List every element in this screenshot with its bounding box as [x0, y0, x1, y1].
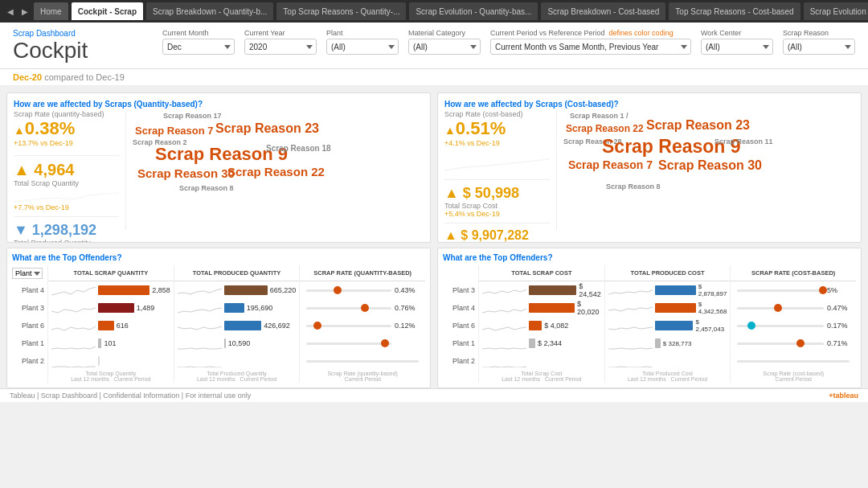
quantity-offenders: What are the Top Offenders? Plant Plant … — [6, 248, 431, 388]
total-produced-cost-kpi: ▲ $ 9,907,282 Total Produced Cost +1.2% … — [444, 228, 550, 243]
produced-qty-bar-plant1 — [224, 338, 226, 348]
cost-plant-label-1: Plant 1 — [443, 334, 478, 352]
produced-qty-col-header: Total Produced Quantity — [174, 265, 300, 281]
plant-label-2: Plant 2 — [12, 352, 47, 370]
tab-scrap-breakdown-qty[interactable]: Scrap Breakdown - Quantity-b... — [146, 2, 273, 20]
scrap-rate-dot-plant4 — [334, 286, 342, 294]
scrap-reason-select[interactable]: (All) — [783, 39, 855, 55]
nav-arrow-left[interactable]: ◀ — [5, 7, 16, 16]
tab-scrap-evolution-qty[interactable]: Scrap Evolution - Quantity-bas... — [409, 2, 538, 20]
material-select[interactable]: (All) — [408, 39, 481, 55]
tab-top-scrap-cost[interactable]: Top Scrap Reasons - Cost-based — [669, 2, 800, 20]
cost-plant-label-4: Plant 4 — [443, 299, 478, 317]
tab-home[interactable]: Home — [34, 2, 68, 20]
scrap-rate-qty-value: ▲0.38% — [14, 118, 119, 139]
header: Scrap Dashboard Cockpit Current Month De… — [0, 23, 868, 69]
scrap-rate-dot-plant3 — [361, 304, 369, 312]
scrap-cost-col-footer: Total Scrap CostLast 12 months Current P… — [479, 370, 604, 383]
produced-qty-row-plant4: 665,220 — [174, 281, 300, 299]
scrap-rate-dot-plant1 — [381, 339, 389, 347]
scrap-qty-row-plant1: 101 — [48, 334, 174, 352]
quantity-word-cloud: Scrap Reason 17 Scrap Reason 7 Scrap Rea… — [131, 110, 424, 230]
plant-label-1: Plant 1 — [12, 334, 47, 352]
date-banner: Dec-20 compared to Dec-19 — [0, 69, 868, 86]
scrap-cost-bar-plant1 — [529, 338, 535, 348]
scrap-cost-row-plant2 — [479, 352, 604, 370]
plant-select[interactable]: (All) — [326, 39, 399, 55]
scrap-qty-row-plant6: 616 — [48, 317, 174, 334]
scrap-cost-bar-plant4 — [529, 303, 575, 313]
footer: Tableau | Scrap Dashboard | Confidential… — [0, 388, 868, 402]
tab-top-scrap-qty[interactable]: Top Scrap Reasons - Quantity-... — [276, 2, 406, 20]
produced-qty-row-plant6: 426,692 — [174, 317, 300, 334]
nav-arrow-right[interactable]: ▶ — [19, 7, 31, 16]
produced-cost-row-plant1: $ 328,773 — [605, 334, 731, 352]
scrap-rate-row-plant1 — [300, 334, 425, 352]
scrap-cost-row-plant1: $ 2,344 — [479, 334, 604, 352]
total-scrap-qty-col: Total Scrap Quantity 2,858 1,489 — [47, 265, 174, 383]
plant-labels-qty: Plant Plant 4 Plant 3 Plant 6 Plant 1 Pl… — [12, 265, 47, 383]
period-select[interactable]: Current Month vs Same Month, Previous Ye… — [490, 39, 691, 55]
scrap-rate-row-plant4: 0.43% — [300, 281, 425, 299]
current-date: Dec-20 — [13, 72, 42, 82]
plant-filter-select[interactable]: Plant — [12, 268, 43, 279]
scrap-rate-cost-dot-plant1 — [796, 339, 805, 347]
filter-work-center: Work Center (All) — [701, 29, 773, 55]
scrap-rate-cost-col-header: Scrap Rate (Cost-Based) — [731, 265, 856, 281]
scrap-rate-qty-col: Scrap Rate (Quantity-Based) 0.43% 0.76% — [299, 265, 425, 383]
cost-plant-label-2: Plant 2 — [443, 352, 478, 370]
plant-labels-cost: Plant 3 Plant 4 Plant 6 Plant 1 Plant 2 — [443, 265, 478, 383]
page-title: Cockpit — [13, 38, 88, 64]
filter-current-year: Current Year 2020 — [244, 29, 317, 55]
scrap-cost-bar-plant3 — [529, 285, 576, 295]
scrap-rate-cost-col-footer: Scrap Rate (cost-based)Current Period — [731, 370, 856, 383]
produced-cost-row-plant2 — [605, 352, 731, 370]
plant-label-4: Plant 4 — [12, 281, 47, 299]
total-scrap-cost-kpi: ▲ $ 50,998 Total Scrap Cost +5.4% vs Dec… — [444, 185, 550, 218]
scrap-cost-bar-plant6 — [529, 321, 542, 330]
scrap-qty-col-footer: Total Scrap QuantityLast 12 months Curre… — [48, 370, 174, 383]
scrap-qty-row-plant3: 1,489 — [48, 299, 174, 317]
scrap-rate-cost-kpi: Scrap Rate (cost-based) ▲0.51% +4.1% vs … — [444, 110, 550, 147]
scrap-rate-cost-row-plant6: 0.17% — [731, 317, 856, 334]
quantity-offenders-title: What are the Top Offenders? — [12, 253, 425, 262]
produced-cost-row-plant3: $ 2,878,897 — [605, 281, 731, 299]
filter-material: Material Category (All) — [408, 29, 481, 55]
work-center-select[interactable]: (All) — [701, 39, 773, 55]
cost-offenders-title: What are the Top Offenders? — [443, 253, 856, 262]
tab-cockpit-scrap[interactable]: Cockpit - Scrap — [72, 2, 143, 20]
produced-cost-bar-plant3 — [655, 285, 696, 295]
cost-offenders-table: Plant 3 Plant 4 Plant 6 Plant 1 Plant 2 … — [443, 265, 856, 383]
current-month-select[interactable]: Dec — [162, 39, 235, 55]
top-panels: How are we affected by Scraps (Quantity-… — [0, 86, 868, 243]
tab-scrap-evolution-cost[interactable]: Scrap Evolution - Cost-based — [804, 2, 868, 20]
tab-scrap-breakdown-cost[interactable]: Scrap Breakdown - Cost-based — [541, 2, 665, 20]
filters-panel: Current Month Dec Current Year 2020 Plan… — [162, 29, 855, 55]
cost-panel: How are we affected by Scraps (Cost-base… — [437, 92, 862, 243]
scrap-qty-col-header: Total Scrap Quantity — [48, 265, 174, 281]
scrap-rate-cost-row-plant4: 0.47% — [731, 299, 856, 317]
scrap-rate-cost-row-plant2 — [731, 352, 856, 370]
breadcrumb[interactable]: Scrap Dashboard — [13, 29, 88, 38]
plant-label-3: Plant 3 — [12, 299, 47, 317]
total-scrap-qty-kpi: ▲ 4,964 Total Scrap Quantity +7.7% vs De… — [14, 161, 119, 211]
scrap-qty-row-plant2 — [48, 352, 174, 370]
scrap-rate-dot-plant6 — [313, 322, 321, 330]
scrap-cost-row-plant4: $ 20,020 — [479, 299, 604, 317]
scrap-cost-row-plant6: $ 4,082 — [479, 317, 604, 334]
produced-cost-col-header: Total Produced Cost — [605, 265, 731, 281]
scrap-cost-col-header: Total Scrap Cost — [479, 265, 604, 281]
total-scrap-cost-col: Total Scrap Cost $ 24,542 $ 20,020 — [478, 265, 604, 383]
scrap-qty-bar-plant4 — [98, 285, 149, 295]
filter-plant: Plant (All) — [326, 29, 399, 55]
scrap-qty-bar-plant6 — [98, 321, 114, 330]
total-produced-qty-kpi: ▼ 1,298,192 Total Produced Quantity -5.3… — [14, 222, 119, 243]
produced-qty-bar-plant4 — [224, 285, 268, 295]
cost-word-cloud: Scrap Reason 1 / Scrap Reason 22 Scrap R… — [562, 110, 854, 230]
current-year-select[interactable]: 2020 — [244, 39, 317, 55]
plant-label-6: Plant 6 — [12, 317, 47, 334]
scrap-rate-row-plant3: 0.76% — [300, 299, 425, 317]
scrap-cost-row-plant3: $ 24,542 — [479, 281, 604, 299]
filter-current-month: Current Month Dec — [162, 29, 235, 55]
produced-qty-row-plant2 — [174, 352, 300, 370]
